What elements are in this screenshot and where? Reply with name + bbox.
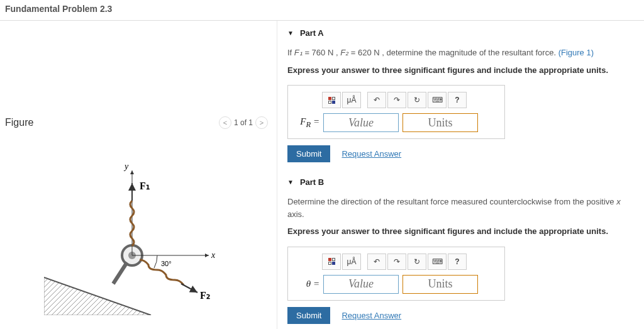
part-b-title: Part B: [300, 177, 324, 187]
keyboard-icon[interactable]: ⌨: [428, 92, 447, 108]
redo-icon[interactable]: ↷: [387, 92, 406, 108]
y-axis-label: y: [123, 162, 129, 171]
part-a-collapse-icon[interactable]: ▼: [287, 30, 294, 36]
redo-icon[interactable]: ↷: [387, 254, 406, 270]
angle-label: 30°: [161, 260, 172, 267]
part-b-units-input[interactable]: [402, 275, 478, 294]
reset-icon[interactable]: ↻: [408, 254, 426, 270]
special-char-button[interactable]: μÅ: [342, 92, 361, 108]
part-b-prompt: Determine the direction of the resultant…: [287, 196, 636, 220]
part-a-var-label: FR =: [294, 116, 319, 130]
reset-icon[interactable]: ↻: [408, 92, 426, 108]
part-b-value-input[interactable]: [323, 275, 399, 294]
right-panel: ▼ Part A If F₁ = 760 N , F₂ = 620 N , de…: [277, 21, 644, 329]
f2-label: F₂: [200, 290, 210, 301]
figure-diagram: y x F₁ F₂ 30°: [44, 152, 233, 315]
figure-pager: < 1 of 1 >: [219, 116, 272, 129]
part-a-title: Part A: [300, 28, 324, 38]
part-a-value-input[interactable]: [323, 113, 399, 132]
figure-link[interactable]: (Figure 1): [558, 48, 594, 57]
pager-prev-button[interactable]: <: [219, 116, 231, 129]
part-b-submit-button[interactable]: Submit: [287, 307, 330, 324]
part-a-instructions: Express your answer to three significant…: [287, 64, 636, 77]
part-b-request-answer-link[interactable]: Request Answer: [341, 311, 401, 320]
part-b-instructions: Express your answer to three significant…: [287, 225, 636, 238]
svg-line-8: [181, 284, 197, 293]
part-a-answer-box: μÅ ↶ ↷ ↻ ⌨ ? FR =: [287, 85, 505, 139]
help-icon[interactable]: ?: [448, 92, 467, 108]
templates-icon[interactable]: [322, 254, 341, 270]
part-a-units-input[interactable]: [402, 113, 478, 132]
help-icon[interactable]: ?: [448, 254, 467, 270]
part-a-request-answer-link[interactable]: Request Answer: [341, 149, 401, 159]
part-b-var-label: θ =: [294, 279, 319, 289]
svg-line-4: [113, 262, 127, 284]
pager-next-button[interactable]: >: [255, 116, 268, 129]
x-axis-label: x: [211, 250, 216, 260]
undo-icon[interactable]: ↶: [367, 92, 386, 108]
figure-title: Figure: [5, 117, 33, 128]
left-panel: Figure < 1 of 1 >: [0, 21, 277, 329]
undo-icon[interactable]: ↶: [367, 254, 386, 270]
special-char-button[interactable]: μÅ: [342, 254, 361, 270]
f1-label: F₁: [140, 181, 150, 191]
templates-icon[interactable]: [322, 92, 341, 108]
part-a-submit-button[interactable]: Submit: [287, 145, 330, 162]
keyboard-icon[interactable]: ⌨: [428, 254, 447, 270]
part-a-prompt: If F₁ = 760 N , F₂ = 620 N , determine t…: [287, 47, 636, 59]
pager-label: 1 of 1: [234, 118, 253, 127]
page-title: Fundamental Problem 2.3: [0, 0, 644, 18]
part-b-answer-box: μÅ ↶ ↷ ↻ ⌨ ? θ =: [287, 247, 505, 301]
part-b-collapse-icon[interactable]: ▼: [287, 179, 294, 186]
